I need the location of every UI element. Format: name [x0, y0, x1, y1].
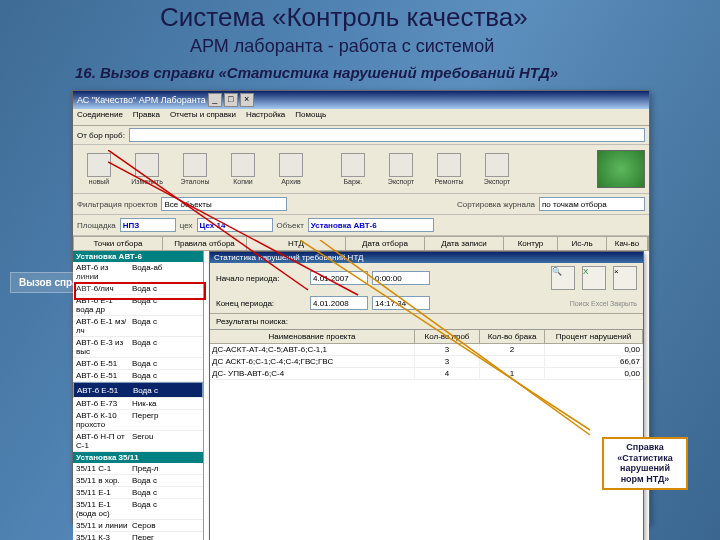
- search-label: От бор проб:: [77, 131, 125, 140]
- edit-icon: [135, 153, 159, 177]
- export-icon: [389, 153, 413, 177]
- tool-edit[interactable]: Изменить: [125, 153, 169, 185]
- menu-item[interactable]: Настройка: [246, 110, 285, 124]
- result-row[interactable]: ДС АСКТ-6;С-1;С-4;С-4;ГВС;ГВС366,67: [210, 356, 643, 368]
- tree-item[interactable]: АВТ-6 Е-51Вода с: [73, 358, 203, 370]
- tree-item[interactable]: АВТ-6 Е-73Ник-ка: [73, 398, 203, 410]
- tree-item[interactable]: АВТ-6 Н-П от С-1Serou: [73, 431, 203, 452]
- tree-item[interactable]: 35/11 Е-1 (вода ос)Вода с: [73, 499, 203, 520]
- start-date-input[interactable]: [310, 271, 368, 285]
- titlebar: АС "Качество" АРМ Лаборанта _ □ ×: [73, 91, 649, 109]
- doc-icon: [341, 153, 365, 177]
- tool-repair[interactable]: Ремонты: [427, 153, 471, 185]
- result-row[interactable]: ДС-АСКТ-АТ-4;С-5;АВТ-6;С-1,1320,00: [210, 344, 643, 356]
- tree-item[interactable]: 35/11 Е-1Вода с: [73, 487, 203, 499]
- close-popup-button[interactable]: ×: [613, 266, 637, 290]
- grid-header: Точки отбора Правила отбора НТД Дата отб…: [73, 236, 649, 251]
- menu-item[interactable]: Правка: [133, 110, 160, 124]
- tool-archive[interactable]: Архив: [269, 153, 313, 185]
- filter-label: Фильтрация проектов: [77, 200, 157, 209]
- toolbar: новый Изменить Эталоны Копии Архив Барж.…: [73, 145, 649, 194]
- tree-item[interactable]: 35/11 и линииСеров: [73, 520, 203, 532]
- tool-new[interactable]: новый: [77, 153, 121, 185]
- result-row[interactable]: ДС- УПВ-АВТ-6;С-4410,00: [210, 368, 643, 380]
- start-time-input[interactable]: [372, 271, 430, 285]
- copy-icon: [231, 153, 255, 177]
- period-start-row: Начало периода: 🔍 X ×: [210, 263, 643, 293]
- tree-section[interactable]: Установка 35/11: [73, 452, 203, 463]
- tree-item[interactable]: АВТ-6 Е-1 мз/лчВода с: [73, 316, 203, 337]
- highlight-box: [74, 282, 206, 300]
- menu-item[interactable]: Отчеты и справки: [170, 110, 236, 124]
- menubar[interactable]: Соединение Правка Отчеты и справки Настр…: [73, 109, 649, 126]
- stats-popup: Статистика нарушений требований НТД Нача…: [209, 251, 644, 540]
- tool-barge[interactable]: Барж.: [331, 153, 375, 185]
- maximize-button[interactable]: □: [224, 93, 238, 107]
- slide-title: Система «Контроль качества»: [160, 2, 528, 33]
- location-row: Площадка НПЗ цех Цех 14 Объект Установка…: [73, 215, 649, 236]
- app-window: АС "Качество" АРМ Лаборанта _ □ × Соедин…: [72, 90, 650, 524]
- tree-item[interactable]: АВТ-6 Е-51Вода с: [73, 370, 203, 382]
- excel-button[interactable]: X: [582, 266, 606, 290]
- export-icon: [485, 153, 509, 177]
- star-icon: [183, 153, 207, 177]
- close-button[interactable]: ×: [240, 93, 254, 107]
- end-time-input[interactable]: [372, 296, 430, 310]
- menu-item[interactable]: Помощь: [295, 110, 326, 124]
- sort-select[interactable]: по точкам отбора: [539, 197, 645, 211]
- results-grid: Наименование проекта Кол-во проб Кол-во …: [210, 329, 643, 380]
- slide-caption: 16. Вызов справки «Статистика нарушений …: [75, 64, 558, 81]
- search-button[interactable]: 🔍: [551, 266, 575, 290]
- filter-row: Фильтрация проектов Все объекты Сортиров…: [73, 194, 649, 215]
- new-icon: [87, 153, 111, 177]
- popup-hint: Поиск Excel Закрыть: [570, 300, 637, 307]
- right-pane: Статистика нарушений требований НТД Нача…: [204, 251, 649, 540]
- tree-item[interactable]: 35/11 К-3 прохстокПерег: [73, 532, 203, 540]
- callout-right: Справка «Статистика нарушений норм НТД»: [602, 437, 688, 490]
- minimize-button[interactable]: _: [208, 93, 222, 107]
- slide: Система «Контроль качества» АРМ лаборант…: [0, 0, 720, 540]
- window-title: АС "Качество" АРМ Лаборанта: [77, 95, 206, 105]
- end-date-input[interactable]: [310, 296, 368, 310]
- shop-select[interactable]: Цех 14: [197, 218, 273, 232]
- tree-item[interactable]: АВТ-6 Е-3 из высВода с: [73, 337, 203, 358]
- results-label: Результаты поиска:: [210, 313, 643, 329]
- tree-section[interactable]: Установка АВТ-6: [73, 251, 203, 262]
- search-row: От бор проб:: [73, 126, 649, 145]
- wrench-icon: [437, 153, 461, 177]
- slide-subtitle: АРМ лаборанта - работа с системой: [190, 36, 494, 57]
- archive-icon: [279, 153, 303, 177]
- tree-item[interactable]: АВТ-6 К-10 прохстоПерегр: [73, 410, 203, 431]
- site-select[interactable]: НПЗ: [120, 218, 176, 232]
- object-select[interactable]: Установка АВТ-6: [308, 218, 434, 232]
- menu-item[interactable]: Соединение: [77, 110, 123, 124]
- tool-export1[interactable]: Экспорт: [379, 153, 423, 185]
- tool-copy[interactable]: Копии: [221, 153, 265, 185]
- tree-item[interactable]: 35/11 С-1Пред-л: [73, 463, 203, 475]
- tool-export2[interactable]: Экспорт: [475, 153, 519, 185]
- tree-item[interactable]: АВТ-6 Е-51Вода с: [73, 382, 203, 398]
- sort-label: Сортировка журнала: [457, 200, 535, 209]
- logo-icon: [597, 150, 645, 188]
- filter-select[interactable]: Все объекты: [161, 197, 287, 211]
- period-end-row: Конец периода: Поиск Excel Закрыть: [210, 293, 643, 313]
- tree-item[interactable]: 35/11 в хор.Вода с: [73, 475, 203, 487]
- search-input[interactable]: [129, 128, 645, 142]
- popup-title: Статистика нарушений требований НТД: [210, 252, 643, 263]
- tool-etalon[interactable]: Эталоны: [173, 153, 217, 185]
